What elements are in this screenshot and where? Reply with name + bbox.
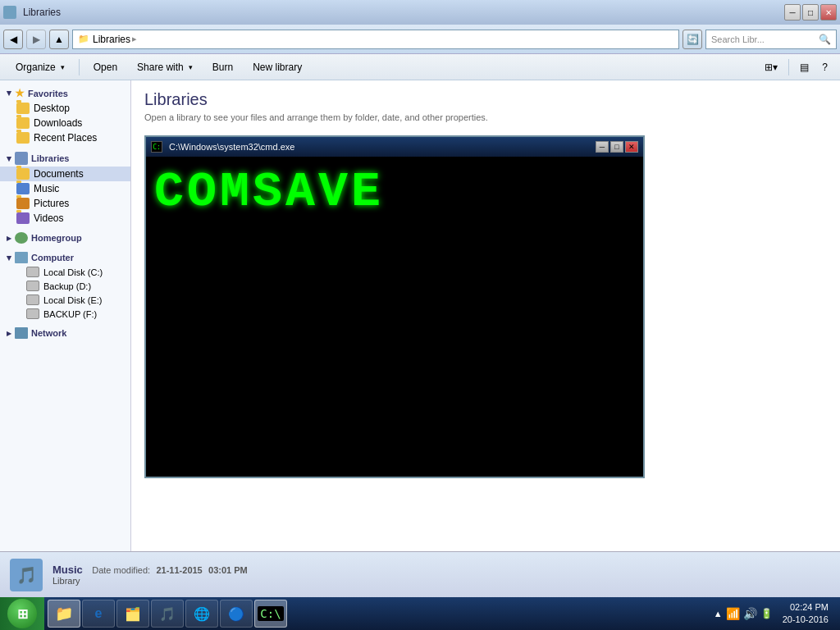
window-icon xyxy=(3,6,16,19)
sidebar-item-label: Videos xyxy=(34,212,63,224)
window-controls: ─ □ ✕ xyxy=(784,4,837,21)
minimize-button[interactable]: ─ xyxy=(784,4,801,21)
view-button[interactable]: ⊞▾ xyxy=(759,57,783,78)
network-tray-icon[interactable]: 📶 xyxy=(726,607,740,620)
taskbar-app-ie[interactable]: e xyxy=(82,600,115,628)
title-bar: Libraries ─ □ ✕ xyxy=(0,0,840,25)
files-icon: 🗂️ xyxy=(125,606,141,622)
taskbar-app-media[interactable]: 🎵 xyxy=(151,600,184,628)
media-icon: 🎵 xyxy=(159,606,176,622)
network-section: ▸ Network xyxy=(0,324,130,340)
new-library-button[interactable]: New library xyxy=(244,57,311,78)
libraries-label: Libraries xyxy=(31,153,69,163)
search-icon: 🔍 xyxy=(819,34,831,45)
refresh-button[interactable]: 🔄 xyxy=(682,30,702,49)
toolbar-separator-1 xyxy=(79,59,80,75)
sidebar-item-recent-places[interactable]: Recent Places xyxy=(0,130,130,145)
preview-type: Library xyxy=(52,576,248,586)
libraries-header[interactable]: ▾ Libraries xyxy=(0,148,130,167)
clock[interactable]: 02:24 PM 20-10-2016 xyxy=(778,601,833,627)
open-button[interactable]: Open xyxy=(84,57,126,78)
taskbar-app-files[interactable]: 🗂️ xyxy=(116,600,149,628)
sidebar-item-backup-d[interactable]: Backup (D:) xyxy=(0,279,130,293)
start-orb: ⊞ xyxy=(7,599,37,628)
sidebar-item-label: Pictures xyxy=(34,198,69,209)
sidebar-item-backup-f[interactable]: BACKUP (F:) xyxy=(0,307,130,321)
burn-button[interactable]: Burn xyxy=(203,57,242,78)
sidebar-item-documents[interactable]: Documents xyxy=(0,167,130,181)
preview-date-value: 21-11-2015 xyxy=(156,565,202,575)
cmd-window[interactable]: C: C:\Windows\system32\cmd.exe ─ □ ✕ COM… xyxy=(144,135,645,478)
cmd-controls: ─ □ ✕ xyxy=(596,141,638,153)
libraries-icon xyxy=(15,152,28,165)
taskbar-app-browser[interactable]: 🔵 xyxy=(220,600,253,628)
forward-button[interactable]: ▶ xyxy=(26,30,46,49)
start-button[interactable]: ⊞ xyxy=(0,597,44,630)
network-label: Network xyxy=(31,328,66,338)
help-button[interactable]: ? xyxy=(816,57,833,78)
sidebar: ▾ ★ Favorites Desktop Downloads Recent P… xyxy=(0,80,131,597)
network-header[interactable]: ▸ Network xyxy=(0,324,130,340)
preview-info: Music Date modified: 21-11-2015 03:01 PM… xyxy=(52,564,248,586)
taskbar-app-explorer[interactable]: 📁 xyxy=(48,600,80,628)
volume-icon[interactable]: 🔊 xyxy=(743,607,757,620)
sidebar-item-label: Documents xyxy=(34,168,84,180)
folder-icon xyxy=(16,168,30,180)
sidebar-item-videos[interactable]: Videos xyxy=(0,211,130,226)
network-icon xyxy=(15,327,28,339)
explorer-icon: 📁 xyxy=(55,605,73,623)
star-icon: ★ xyxy=(15,87,25,99)
back-button[interactable]: ◀ xyxy=(3,30,23,49)
ie-icon: e xyxy=(95,606,103,621)
homegroup-header[interactable]: ▸ Homegroup xyxy=(0,229,130,245)
details-pane-button[interactable]: ▤ xyxy=(794,57,815,78)
page-subtitle: Open a library to see your files and arr… xyxy=(144,112,827,122)
taskbar-tray: ▲ 📶 🔊 🔋 02:24 PM 20-10-2016 xyxy=(707,601,840,627)
homegroup-section: ▸ Homegroup xyxy=(0,229,130,245)
tray-icons: ▲ 📶 🔊 🔋 xyxy=(714,607,773,620)
browser-icon: 🔵 xyxy=(228,606,244,622)
search-bar[interactable]: Search Libr... 🔍 xyxy=(705,30,837,49)
address-bar[interactable]: 📁 Libraries ▸ xyxy=(72,30,679,49)
folder-icon xyxy=(16,103,30,114)
cmd-close-button[interactable]: ✕ xyxy=(625,141,638,153)
up-button[interactable]: ▲ xyxy=(49,30,69,49)
sidebar-item-downloads[interactable]: Downloads xyxy=(0,116,130,130)
taskbar-app-chrome[interactable]: 🌐 xyxy=(185,600,218,628)
tray-arrow-icon[interactable]: ▲ xyxy=(714,609,723,619)
sidebar-item-local-disk-c[interactable]: Local Disk (C:) xyxy=(0,265,130,279)
cmd-maximize-button[interactable]: □ xyxy=(610,141,623,153)
drive-icon xyxy=(26,267,39,277)
nav-bar: ◀ ▶ ▲ 📁 Libraries ▸ 🔄 Search Libr... 🔍 xyxy=(0,25,840,54)
cmd-icon: C: xyxy=(151,141,162,153)
cmd-body: COMSAVE xyxy=(146,157,643,477)
sidebar-item-desktop[interactable]: Desktop xyxy=(0,101,130,116)
preview-name-text: Music xyxy=(52,564,83,576)
sidebar-item-label: Local Disk (E:) xyxy=(43,295,103,305)
cmd-titlebar: C: C:\Windows\system32\cmd.exe ─ □ ✕ xyxy=(146,137,643,157)
favorites-section: ▾ ★ Favorites Desktop Downloads Recent P… xyxy=(0,84,130,145)
computer-label: Computer xyxy=(31,253,74,262)
search-placeholder: Search Libr... xyxy=(711,34,765,44)
maximize-button[interactable]: □ xyxy=(802,4,819,21)
videos-folder-icon xyxy=(16,212,30,224)
chrome-icon: 🌐 xyxy=(194,606,210,622)
taskbar-app-cmd[interactable]: C:\ xyxy=(254,600,287,628)
sidebar-item-pictures[interactable]: Pictures xyxy=(0,196,130,211)
favorites-header[interactable]: ▾ ★ Favorites xyxy=(0,84,130,101)
sidebar-item-label: Downloads xyxy=(34,117,82,129)
close-button[interactable]: ✕ xyxy=(820,4,837,21)
chevron-down-icon: ▾ xyxy=(7,253,11,263)
organize-button[interactable]: Organize xyxy=(7,57,74,78)
page-title: Libraries xyxy=(144,90,827,109)
share-with-button[interactable]: Share with xyxy=(128,57,202,78)
sidebar-item-music[interactable]: Music xyxy=(0,181,130,196)
cmd-minimize-button[interactable]: ─ xyxy=(596,141,609,153)
clock-time: 02:24 PM xyxy=(783,601,829,614)
sidebar-item-local-disk-e[interactable]: Local Disk (E:) xyxy=(0,293,130,307)
sidebar-item-label: Recent Places xyxy=(34,132,97,144)
computer-header[interactable]: ▾ Computer xyxy=(0,249,130,265)
drive-icon xyxy=(26,308,39,319)
sidebar-item-label: BACKUP (F:) xyxy=(43,309,97,319)
cmd-title: C:\Windows\system32\cmd.exe xyxy=(169,142,592,152)
